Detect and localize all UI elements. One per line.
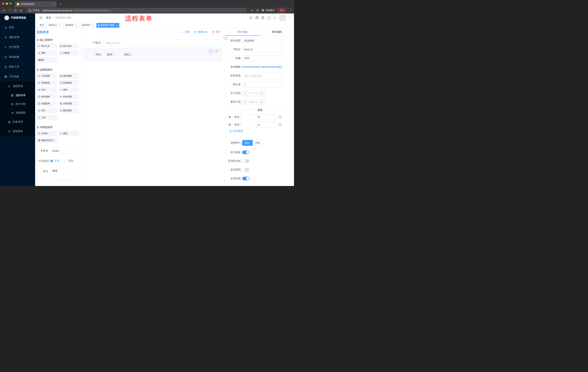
sidebar-item-5[interactable]: 工作流程 <box>0 72 35 82</box>
option-name-input[interactable] <box>232 114 255 120</box>
component-chip-1-0[interactable]: 下拉选择 <box>37 73 57 79</box>
sidebar-item-7[interactable]: 流程表单 <box>0 91 35 100</box>
tab-component-props[interactable]: 组件属性 <box>226 28 260 35</box>
tag-4[interactable]: 流程表单-编辑× <box>96 23 119 28</box>
component-chip-1-4[interactable]: 开关 <box>37 87 57 93</box>
browser-home-icon[interactable] <box>20 9 22 12</box>
avatar[interactable] <box>279 15 286 21</box>
toggle-0[interactable] <box>242 150 249 154</box>
sidebar-item-4[interactable]: 研发工具 <box>0 62 35 72</box>
option-style-button[interactable]: 按钮 <box>253 140 263 146</box>
tag-3[interactable]: 流程表单× <box>80 23 95 28</box>
component-chip-1-1[interactable]: 级联选择 <box>59 73 79 79</box>
tag-close-icon[interactable]: × <box>91 24 94 26</box>
window-minimize-button[interactable] <box>6 2 8 5</box>
sidebar-item-11[interactable]: 请假查询 <box>0 127 35 136</box>
toggle-1[interactable] <box>242 159 249 163</box>
checkbox-box[interactable] <box>120 53 122 56</box>
component-chip-1-7[interactable]: 时间范围 <box>59 94 79 99</box>
component-type-select[interactable]: 多选框组 <box>242 38 282 44</box>
component-chip-0-2[interactable]: 密码 <box>37 50 57 56</box>
min-select-placeholder[interactable]: 至少应选 <box>247 90 259 96</box>
form-name-input[interactable] <box>50 148 79 154</box>
option-name-input[interactable] <box>232 122 255 128</box>
save-button[interactable]: 保存 <box>181 30 190 34</box>
help-icon[interactable] <box>261 16 264 20</box>
increase-button[interactable] <box>259 99 264 105</box>
window-close-button[interactable] <box>2 2 4 5</box>
component-chip-1-11[interactable]: 颜色选择 <box>59 108 79 113</box>
sidebar-item-1[interactable]: 系统管理 <box>0 32 35 42</box>
component-chip-2-1[interactable]: 按钮 <box>59 131 79 136</box>
checkbox-box[interactable] <box>103 53 105 56</box>
font-size-icon[interactable]: TT <box>273 16 276 20</box>
app-logo[interactable]: 芋道管理系统 <box>0 13 35 22</box>
component-chip-1-6[interactable]: 时间选择 <box>37 94 57 99</box>
new-tab-button[interactable] <box>59 3 62 6</box>
component-chip-1-8[interactable]: 日期选择 <box>37 101 57 106</box>
decrease-button[interactable] <box>242 99 247 105</box>
tag-1[interactable]: 流程定义× <box>47 23 62 28</box>
component-chip-1-10[interactable]: 评分 <box>37 108 57 113</box>
forward-icon[interactable] <box>8 9 11 12</box>
tab-close-icon[interactable] <box>52 3 55 5</box>
sidebar-item-9[interactable]: 流程模型 <box>0 108 35 117</box>
tab-form-props[interactable]: 表单属性 <box>260 28 294 35</box>
field-name-input[interactable] <box>242 47 282 53</box>
component-chip-1-9[interactable]: 日期范围 <box>59 101 79 106</box>
tag-0[interactable]: 首页 <box>38 23 46 28</box>
breadcrumb-home[interactable]: 首页 <box>46 16 51 20</box>
component-chip-0-4[interactable]: 编辑器 <box>37 57 57 63</box>
remove-option-icon[interactable] <box>279 123 282 126</box>
sidebar-item-10[interactable]: 任务管理 <box>0 117 35 127</box>
caret-down-icon[interactable] <box>289 17 291 19</box>
component-chip-1-2[interactable]: 单选框组 <box>37 80 57 85</box>
label-width-input[interactable] <box>242 73 282 79</box>
option-value-input[interactable] <box>256 114 277 120</box>
sidebar-item-0[interactable]: 首页 <box>0 22 35 32</box>
remark-textarea[interactable]: 嘿嘿 <box>50 168 79 180</box>
tag-2[interactable]: 流程模型× <box>63 23 79 28</box>
operation-icon[interactable] <box>228 123 231 126</box>
tag-close-icon[interactable]: × <box>58 24 61 26</box>
max-select-placeholder[interactable]: 最多可选 <box>247 99 259 105</box>
operation-icon[interactable] <box>228 116 231 118</box>
checkbox-option-0[interactable]: 选项一 <box>103 53 115 56</box>
update-button[interactable]: 更新 <box>277 8 287 13</box>
component-chip-2-0[interactable]: 行容器 <box>37 131 57 136</box>
browser-tab[interactable]: 芋道管理系统 <box>15 1 57 7</box>
add-option-button[interactable]: 添加选项 <box>229 129 292 133</box>
decrease-button[interactable] <box>242 90 247 96</box>
fullscreen-icon[interactable] <box>267 16 271 20</box>
component-chip-0-3[interactable]: 123计数器 <box>59 50 79 56</box>
default-value-input[interactable] <box>242 82 282 87</box>
delete-field-button[interactable] <box>214 49 219 53</box>
link-icon[interactable] <box>224 36 227 40</box>
bookmark-star-icon[interactable] <box>256 9 259 12</box>
view-json-button[interactable]: 查看json <box>194 30 208 34</box>
tag-close-icon[interactable]: × <box>74 24 77 26</box>
title-input[interactable] <box>242 55 282 61</box>
component-chip-1-12[interactable]: 上传 <box>37 115 57 120</box>
search-icon[interactable] <box>249 16 252 20</box>
option-value-input[interactable] <box>256 122 277 128</box>
back-icon[interactable] <box>2 9 6 12</box>
address-bar[interactable]: 不安全 dashboard.yudao.iocoder.cn/bpm/manag… <box>26 8 247 13</box>
option-style-default[interactable]: 默认 <box>242 140 253 146</box>
component-chip-2-2[interactable]: 表格[开发中] <box>37 138 57 143</box>
copy-field-button[interactable] <box>209 49 213 53</box>
window-zoom-button[interactable] <box>10 2 12 5</box>
browser-menu-icon[interactable] <box>289 9 292 12</box>
password-manager-icon[interactable] <box>251 9 253 12</box>
slider-handle[interactable] <box>279 65 282 68</box>
menu-fold-icon[interactable] <box>39 16 42 20</box>
toggle-3[interactable] <box>242 177 249 180</box>
sidebar-item-6[interactable]: 流程管理 <box>0 82 35 91</box>
tag-close-icon[interactable]: × <box>115 24 118 26</box>
github-icon[interactable] <box>255 16 259 20</box>
component-chip-0-1[interactable]: 多行文本 <box>59 43 79 49</box>
checkbox-option-1[interactable]: 选项二 <box>120 53 132 56</box>
component-chip-0-0[interactable]: 单行文本 <box>37 43 57 49</box>
sidebar-item-8[interactable]: 用户分组 <box>0 100 35 108</box>
remove-option-icon[interactable] <box>279 115 282 119</box>
